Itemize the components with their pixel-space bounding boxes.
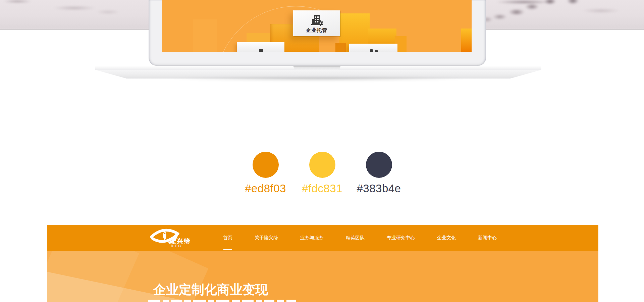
logo-name: 隆兴缔: [170, 238, 191, 244]
swatch-primary: #ed8f03: [237, 152, 294, 195]
hero-banner: 企业定制化商业变现: [47, 251, 598, 302]
design-showcase-page: 企业托管 #ed8f03 #fdc831 #383b4e: [0, 0, 644, 302]
site-navbar: 隆兴缔 DTC 首页 关于隆兴缔 业务与服务 精英团队 专业研究中心 企业文化 …: [47, 225, 598, 251]
nav-item-home[interactable]: 首页: [223, 225, 232, 251]
swatch-dark: #383b4e: [351, 152, 407, 195]
screen-card-partial-right: [349, 44, 397, 52]
hero-title: 企业定制化商业变现: [153, 283, 268, 297]
screen-card-label: 企业托管: [306, 27, 327, 34]
hero-title-line2-clipped: [148, 300, 296, 302]
nav-item-research[interactable]: 专业研究中心: [387, 225, 415, 251]
logo-abbr: DTC: [171, 244, 182, 248]
active-nav-underline: [223, 249, 232, 250]
site-logo[interactable]: 隆兴缔 DTC: [150, 228, 200, 250]
main-navigation: 首页 关于隆兴缔 业务与服务 精英团队 专业研究中心 企业文化 新闻中心: [223, 225, 497, 251]
nav-item-about[interactable]: 关于隆兴缔: [255, 225, 278, 251]
laptop-screen: 企业托管: [162, 0, 472, 52]
screen-block: [461, 29, 472, 52]
screen-block: [193, 19, 217, 52]
screen-block: [335, 43, 346, 52]
nav-item-culture[interactable]: 企业文化: [437, 225, 456, 251]
swatch-secondary: #fdc831: [294, 152, 351, 195]
swatch-hex-label: #ed8f03: [245, 182, 286, 195]
partial-icon-tip: [370, 49, 373, 52]
screen-card-partial-left: [237, 42, 284, 52]
laptop-base: [95, 66, 541, 81]
nav-item-team[interactable]: 精英团队: [346, 225, 365, 251]
swatch-circle-navy: [366, 152, 392, 178]
building-gear-icon: [310, 14, 323, 27]
laptop-shadow: [119, 77, 518, 81]
color-palette: #ed8f03 #fdc831 #383b4e: [237, 152, 407, 195]
website-preview: 隆兴缔 DTC 首页 关于隆兴缔 业务与服务 精英团队 专业研究中心 企业文化 …: [47, 225, 598, 302]
nav-item-news[interactable]: 新闻中心: [478, 225, 497, 251]
nav-item-services[interactable]: 业务与服务: [300, 225, 324, 251]
swatch-circle-orange: [253, 152, 279, 178]
swatch-hex-label: #383b4e: [357, 182, 401, 195]
swatch-hex-label: #fdc831: [302, 182, 342, 195]
partial-icon-tip: [375, 50, 378, 52]
swatch-circle-yellow: [309, 152, 335, 178]
screen-card-enterprise-hosting: 企业托管: [293, 10, 340, 36]
laptop-thumb-notch: [293, 66, 340, 70]
partial-icon-tip: [259, 49, 263, 52]
